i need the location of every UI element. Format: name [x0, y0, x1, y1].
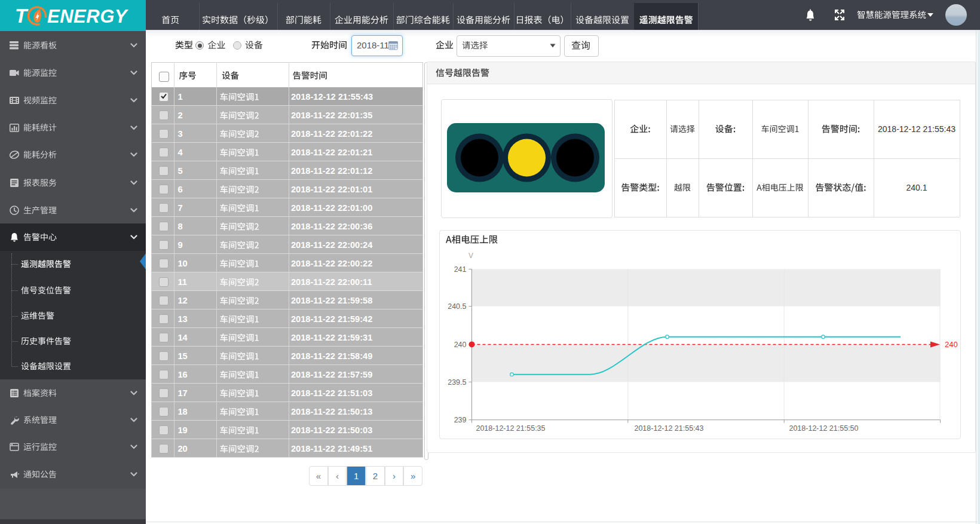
svg-text:2018-12-12 21:55:35: 2018-12-12 21:55:35: [476, 424, 545, 433]
svg-text:240: 240: [454, 341, 467, 349]
svg-text:T: T: [15, 5, 29, 27]
svg-text:239.5: 239.5: [448, 378, 466, 387]
svg-text:2018-12-12 21:55:50: 2018-12-12 21:55:50: [789, 424, 858, 433]
svg-text:ENERGY: ENERGY: [47, 6, 129, 27]
svg-text:240: 240: [945, 340, 958, 349]
svg-text:V: V: [468, 252, 473, 260]
svg-text:2018-12-12 21:55:43: 2018-12-12 21:55:43: [634, 424, 703, 433]
svg-text:240.5: 240.5: [448, 302, 466, 311]
svg-text:239: 239: [454, 416, 467, 424]
svg-text:241: 241: [454, 265, 467, 274]
